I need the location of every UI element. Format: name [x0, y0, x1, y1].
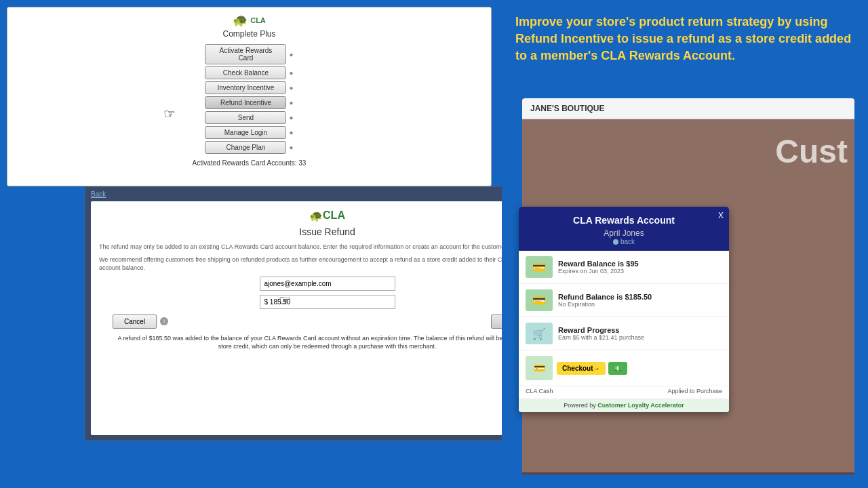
dialog-desc1: The refund may only be added to an exist…: [99, 243, 555, 251]
refund-balance-icon: 💳: [526, 289, 553, 311]
menu-buttons: Activate Rewards Card ● Check Balance ● …: [7, 41, 491, 157]
cust-partial-text: Cust: [775, 133, 854, 170]
check-balance-btn[interactable]: Check Balance: [205, 66, 286, 79]
rewards-card: X CLA Rewards Account April Jones back 💳…: [519, 207, 729, 412]
menu-row-2: Check Balance ●: [205, 66, 293, 79]
arrow-2: ●: [289, 69, 293, 77]
dialog-content: 🐢 CLA Issue Refund The refund may only b…: [91, 201, 564, 435]
right-panel: Improve your store's product return stra…: [502, 0, 868, 488]
cancel-button[interactable]: Cancel: [113, 314, 157, 329]
reward-progress-item: 🛒 Reward Progress Earn $5 with a $21.41 …: [519, 317, 729, 350]
inventory-incentive-btn[interactable]: Inventory Incentive: [205, 81, 286, 94]
change-plan-btn[interactable]: Change Plan: [205, 141, 286, 154]
menu-row-3: Inventory Incentive ●: [205, 81, 293, 94]
success-text: A refund of $185.50 was added to the bal…: [99, 334, 555, 351]
dialog-back-link[interactable]: Back: [85, 187, 569, 201]
reward-progress-icon: 🛒: [526, 323, 553, 344]
applied-label: Applied to Purchase: [667, 388, 722, 394]
issue-refund-dialog: Back 🐢 CLA Issue Refund The refund may o…: [85, 186, 570, 441]
cla-cash-label: CLA Cash: [526, 388, 553, 394]
checkout-section: 💳 Checkout→ 💵: [519, 350, 729, 386]
back-dot-icon: [613, 239, 618, 245]
close-button[interactable]: X: [718, 211, 724, 220]
rewards-back-link[interactable]: back: [530, 238, 718, 245]
reward-balance-item: 💳 Reward Balance is $95 Expires on Jun 0…: [519, 251, 729, 284]
customer-name: April Jones: [530, 228, 718, 238]
logo-text: CLA: [250, 16, 266, 24]
manage-login-btn[interactable]: Manage Login: [205, 126, 286, 139]
arrow-3: ●: [289, 84, 293, 92]
refund-balance-sub: No Expiration: [558, 301, 722, 308]
dialog-title: Issue Refund: [99, 226, 555, 237]
reward-progress-text: Reward Progress Earn $5 with a $21.41 pu…: [558, 326, 722, 341]
activate-rewards-btn[interactable]: Activate Rewards Card: [205, 44, 286, 64]
main-app-window: 🐢 CLA Complete Plus Activate Rewards Car…: [7, 7, 492, 186]
send-btn[interactable]: Send: [205, 111, 286, 124]
checkout-arrow-box: Checkout→: [557, 362, 606, 375]
menu-row-5: Send ●: [205, 111, 293, 124]
dialog-buttons: Cancel i Issue i: [99, 314, 555, 329]
reward-balance-text: Reward Balance is $95 Expires on Jun 03,…: [558, 260, 722, 274]
arrow-1: ●: [289, 51, 293, 58]
arrow-6: ●: [289, 129, 293, 136]
menu-row-7: Change Plan ●: [205, 141, 293, 154]
cancel-info-icon: i: [160, 317, 168, 325]
footer-link[interactable]: Customer Loyalty Accelerator: [597, 402, 684, 409]
arrow-7: ●: [289, 144, 293, 151]
refund-balance-item: 💳 Refund Balance is $185.50 No Expiratio…: [519, 284, 729, 317]
store-name: JANE'S BOUTIQUE: [522, 98, 854, 119]
menu-row-4: Refund Incentive ●: [205, 96, 293, 109]
rewards-card-footer: Powered by Customer Loyalty Accelerator: [519, 399, 729, 412]
refund-balance-text: Refund Balance is $185.50 No Expiration: [558, 293, 722, 308]
refund-incentive-btn[interactable]: Refund Incentive: [205, 96, 286, 109]
dialog-logo-text: CLA: [323, 209, 345, 222]
dialog-desc2: We recommend offering customers free shi…: [99, 256, 555, 272]
turtle-icon: 🐢: [233, 13, 248, 28]
dialog-turtle-icon: 🐢: [309, 209, 323, 222]
plan-title: Complete Plus: [222, 29, 275, 39]
reward-balance-sub: Expires on Jun 03, 2023: [558, 268, 722, 274]
menu-row-1: Activate Rewards Card ●: [205, 44, 293, 64]
rewards-card-header: X CLA Rewards Account April Jones back: [519, 207, 729, 251]
amount-input[interactable]: [260, 295, 395, 309]
rewards-card-title: CLA Rewards Account: [530, 215, 718, 226]
reward-progress-title: Reward Progress: [558, 326, 722, 334]
arrow-4: ●: [289, 99, 293, 106]
checkout-flow: Checkout→ 💵: [557, 362, 627, 375]
checkout-labels: CLA Cash Applied to Purchase: [519, 386, 729, 399]
back-label: back: [620, 238, 635, 245]
reward-balance-icon: 💳: [526, 256, 553, 278]
dialog-logo: 🐢 CLA: [99, 209, 555, 222]
email-input[interactable]: [260, 277, 395, 291]
checkout-icon: 💳: [526, 356, 553, 380]
arrow-5: ●: [289, 114, 293, 121]
right-header-text: Improve your store's product return stra…: [502, 0, 868, 75]
footer-text: Powered by: [564, 402, 597, 409]
main-app-header: 🐢 CLA Complete Plus: [7, 7, 491, 41]
reward-balance-title: Reward Balance is $95: [558, 260, 722, 268]
cla-logo: 🐢 CLA: [229, 13, 270, 28]
reward-progress-sub: Earn $5 with a $21.41 purchase: [558, 334, 722, 341]
applied-box: 💵: [608, 362, 627, 375]
menu-row-6: Manage Login ●: [205, 126, 293, 139]
left-panel: 🐢 CLA Complete Plus Activate Rewards Car…: [0, 0, 502, 488]
activated-text: Activated Rewards Card Accounts: 33: [7, 159, 491, 167]
refund-balance-title: Refund Balance is $185.50: [558, 293, 722, 301]
